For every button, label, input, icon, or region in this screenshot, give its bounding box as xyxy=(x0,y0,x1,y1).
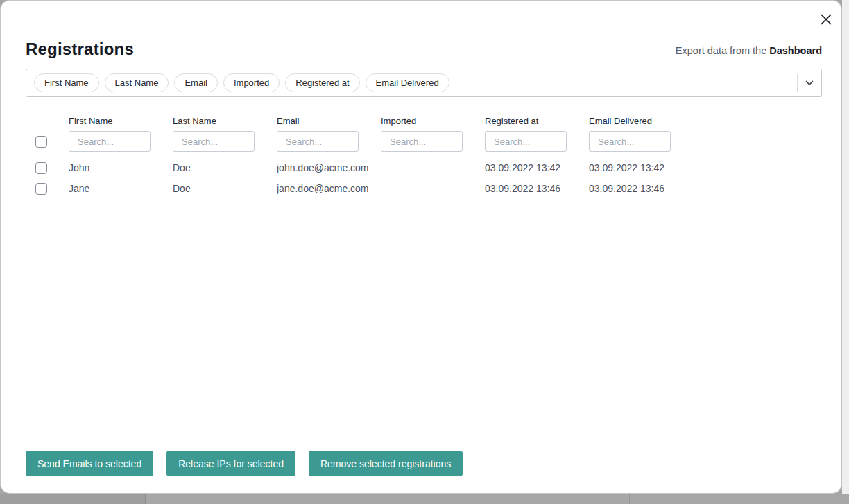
row-select-cell xyxy=(26,157,69,178)
release-ips-button[interactable]: Release IPs for selected xyxy=(166,451,295,476)
filter-bar-right xyxy=(797,69,821,96)
select-all-cell xyxy=(26,116,69,152)
column-header-label: Last Name xyxy=(173,116,277,126)
cell-email-delivered: 03.09.2022 13:46 xyxy=(589,183,825,194)
column-email: Email xyxy=(277,116,381,152)
cell-first-name: John xyxy=(69,162,173,173)
cell-email-delivered: 03.09.2022 13:42 xyxy=(589,162,825,173)
cell-last-name: Doe xyxy=(173,162,277,173)
filter-pill-imported[interactable]: Imported xyxy=(223,73,280,92)
column-first-name: First Name xyxy=(69,116,173,152)
column-registered-at: Registered at xyxy=(485,116,589,152)
row-checkbox[interactable] xyxy=(35,162,47,174)
search-input-last-name[interactable] xyxy=(173,131,255,152)
column-last-name: Last Name xyxy=(173,116,277,152)
column-header-label: Email Delivered xyxy=(589,116,825,126)
select-all-checkbox[interactable] xyxy=(35,136,47,148)
column-email-delivered: Email Delivered xyxy=(589,116,825,152)
cell-email: john.doe@acme.com xyxy=(277,162,381,173)
cell-first-name: Jane xyxy=(69,183,173,194)
column-header-label: Registered at xyxy=(485,116,589,126)
dashboard-link[interactable]: Dashboard xyxy=(769,45,822,56)
table-row[interactable]: John Doe john.doe@acme.com 03.09.2022 13… xyxy=(26,157,825,178)
column-filter-bar: First Name Last Name Email Imported Regi… xyxy=(26,69,822,97)
search-input-first-name[interactable] xyxy=(69,131,151,152)
filter-dropdown-button[interactable] xyxy=(798,69,821,96)
registrations-modal: Registrations Export data from the Dashb… xyxy=(0,0,842,494)
export-hint: Export data from the Dashboard xyxy=(676,45,822,59)
filter-pill-email-delivered[interactable]: Email Delivered xyxy=(366,73,449,92)
cell-email: jane.doe@acme.com xyxy=(277,183,381,194)
table-row[interactable]: Jane Doe jane.doe@acme.com 03.09.2022 13… xyxy=(26,178,825,199)
cell-last-name: Doe xyxy=(173,183,277,194)
cell-registered-at: 03.09.2022 13:42 xyxy=(485,162,589,173)
filter-pill-first-name[interactable]: First Name xyxy=(34,73,99,92)
chevron-down-icon xyxy=(805,80,814,86)
backdrop-content-divider xyxy=(629,494,630,504)
backdrop-sidebar-edge xyxy=(0,494,146,504)
filter-pill-last-name[interactable]: Last Name xyxy=(105,73,169,92)
column-header-label: First Name xyxy=(69,116,173,126)
close-button[interactable] xyxy=(818,12,834,27)
row-select-cell xyxy=(26,178,69,199)
search-input-imported[interactable] xyxy=(381,131,463,152)
column-imported: Imported xyxy=(381,116,485,152)
column-header-label: Imported xyxy=(381,116,485,126)
send-emails-button[interactable]: Send Emails to selected xyxy=(26,451,153,476)
registrations-table: First Name Last Name Email Imported Regi… xyxy=(26,116,825,199)
column-header-label: Email xyxy=(277,116,381,126)
row-checkbox[interactable] xyxy=(35,183,47,195)
backdrop-right-sliver xyxy=(842,0,849,494)
backdrop-bottom-strip xyxy=(0,494,849,504)
cell-registered-at: 03.09.2022 13:46 xyxy=(485,183,589,194)
search-input-registered-at[interactable] xyxy=(485,131,567,152)
filter-pill-registered-at[interactable]: Registered at xyxy=(285,73,359,92)
close-icon xyxy=(820,13,832,26)
modal-header: Registrations Export data from the Dashb… xyxy=(26,38,822,59)
footer-actions: Send Emails to selected Release IPs for … xyxy=(26,451,463,476)
search-input-email[interactable] xyxy=(277,131,359,152)
filter-pill-email[interactable]: Email xyxy=(174,73,218,92)
remove-registrations-button[interactable]: Remove selected registrations xyxy=(309,451,463,476)
search-input-email-delivered[interactable] xyxy=(589,131,671,152)
export-hint-text: Export data from the xyxy=(676,45,769,56)
table-header-row: First Name Last Name Email Imported Regi… xyxy=(26,116,825,152)
page-title: Registrations xyxy=(26,40,134,59)
